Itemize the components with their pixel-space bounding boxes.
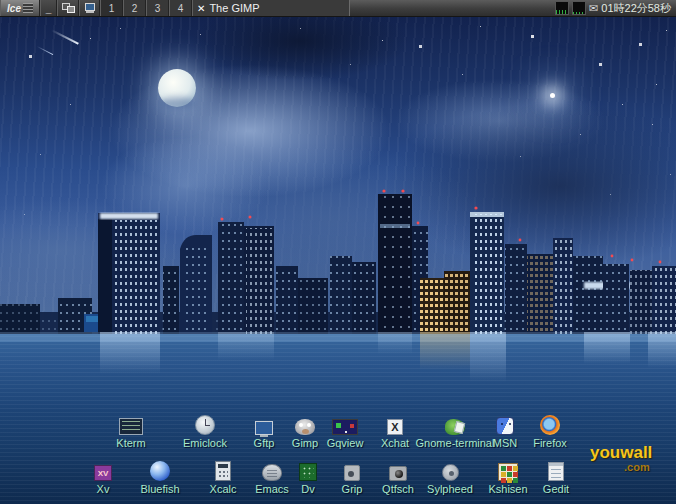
display-settings-button[interactable]: [79, 0, 100, 16]
taskbar-empty-area: [350, 0, 555, 16]
workspace-button-2[interactable]: 2: [123, 0, 146, 16]
start-menu-button[interactable]: Ice: [0, 0, 40, 16]
gimp-task-icon: ✕: [197, 3, 205, 14]
terminal-icon: [119, 418, 143, 435]
system-tray: ✉ 01時22分58秒: [555, 0, 676, 16]
workspace-label: 1: [109, 3, 115, 14]
workspace-label: 2: [132, 3, 138, 14]
xchat-icon: X: [387, 419, 403, 435]
window-list-icon: [62, 3, 75, 13]
taskbar-task-gimp[interactable]: ✕ The GIMP: [192, 0, 350, 16]
watermark-suffix: .com: [624, 462, 652, 473]
desktop-icon-gedit[interactable]: Gedit: [508, 457, 604, 495]
workspace-label: 3: [155, 3, 161, 14]
mailbox-icon[interactable]: ✉: [589, 3, 598, 13]
task-label: The GIMP: [209, 2, 259, 14]
clock-icon: [195, 415, 215, 435]
desktop-icon-label: Gedit: [508, 483, 604, 495]
net-monitor-icon[interactable]: [572, 1, 586, 15]
icewm-logo-stripes: [23, 3, 33, 13]
show-desktop-icon: _: [46, 3, 52, 14]
workspace-button-1[interactable]: 1: [100, 0, 123, 16]
desktop-icon-label: Firefox: [502, 437, 598, 449]
xv-icon: XV: [94, 465, 112, 481]
workspace-button-3[interactable]: 3: [146, 0, 169, 16]
show-desktop-button[interactable]: _: [40, 0, 57, 16]
desktop-icon-firefox[interactable]: Firefox: [502, 411, 598, 449]
display-icon: [84, 3, 96, 13]
bluefish-icon: [150, 461, 170, 481]
taskbar-clock[interactable]: 01時22分58秒: [601, 1, 673, 16]
text-editor-icon: [548, 462, 564, 481]
desktop-screen: Ice _ 1 2 3 4 ✕ The GIMP: [0, 0, 676, 504]
workspace-button-4[interactable]: 4: [169, 0, 192, 16]
sylpheed-icon: [442, 464, 459, 481]
cpu-monitor-icon[interactable]: [555, 1, 569, 15]
workspace-label: 4: [178, 3, 184, 14]
taskbar: Ice _ 1 2 3 4 ✕ The GIMP: [0, 0, 676, 17]
start-menu-label: Ice: [7, 3, 21, 14]
firefox-icon: [540, 415, 560, 435]
window-list-button[interactable]: [57, 0, 79, 16]
